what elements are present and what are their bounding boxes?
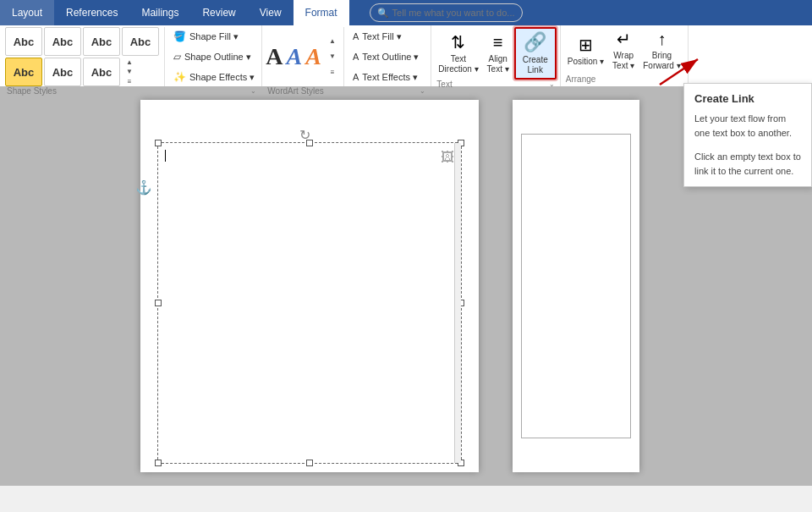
create-link-label: CreateLink xyxy=(523,55,548,75)
tab-bar: Layout References Mailings Review View F… xyxy=(0,0,812,25)
arrange-content: ⊞ Position ▾ ↵ WrapText ▾ ↑ BringForward… xyxy=(564,27,684,73)
shape-styles-footer: Shape Styles ⌄ xyxy=(5,86,258,96)
text-fill-icon: A xyxy=(353,31,359,41)
wordart-scroll: ▲ ▼ ≡ xyxy=(326,33,338,80)
wordart-scroll-more[interactable]: ≡ xyxy=(326,69,338,77)
page: ↻ 🖼 ⚓ xyxy=(140,100,479,472)
bring-forward-btn[interactable]: ↑ BringForward ▾ xyxy=(639,28,683,73)
shape-outline-icon: ▱ xyxy=(173,51,181,63)
text-effects-btn[interactable]: A Text Effects ▾ xyxy=(349,68,422,86)
position-btn[interactable]: ⊞ Position ▾ xyxy=(564,33,607,68)
tell-me-input[interactable]: 🔍 Tell me what you want to do... xyxy=(370,3,523,22)
bring-forward-icon: ↑ xyxy=(657,30,666,49)
scroll-up-btn[interactable]: ▲ xyxy=(123,58,135,67)
page-2 xyxy=(513,100,639,472)
vsep2 xyxy=(343,27,344,86)
shape-fill-label: Shape Fill ▾ xyxy=(189,31,239,42)
handle-top-left[interactable] xyxy=(155,140,162,146)
shape-outline-btn[interactable]: ▱ Shape Outline ▾ xyxy=(170,47,258,66)
tab-mailings[interactable]: Mailings xyxy=(129,0,190,25)
text-outline-icon: A xyxy=(353,52,359,62)
text-cursor xyxy=(165,150,166,162)
align-text-btn[interactable]: ≡ AlignText ▾ xyxy=(484,31,513,76)
arrange-footer: Arrange xyxy=(564,73,684,85)
text-outline-label: Text Outline ▾ xyxy=(362,52,419,63)
wordart-scroll-up[interactable]: ▲ xyxy=(326,36,338,45)
textbox-1[interactable]: 🖼 xyxy=(157,142,462,464)
vsep1 xyxy=(164,27,165,86)
tab-view[interactable]: View xyxy=(248,0,294,25)
ribbon-spacer xyxy=(689,25,810,86)
handle-bot-mid[interactable] xyxy=(306,460,313,466)
text-direction-btn[interactable]: ⇅ TextDirection ▾ xyxy=(435,30,481,76)
position-label: Position ▾ xyxy=(568,57,604,66)
shape-styles-expand[interactable]: ⌄ xyxy=(250,87,256,95)
shape-style-btn-2[interactable]: Abc xyxy=(44,27,81,56)
tab-review[interactable]: Review xyxy=(190,0,247,25)
shape-effects-btn[interactable]: ✨ Shape Effects ▾ xyxy=(170,68,258,86)
wordart-scroll-down[interactable]: ▼ xyxy=(326,52,338,61)
shape-style-row2: Abc Abc Abc ▲ ▼ ≡ xyxy=(5,58,159,86)
wordart-letter-1: A xyxy=(266,45,283,69)
tab-layout[interactable]: Layout xyxy=(0,0,54,25)
shape-fill-icon: 🪣 xyxy=(173,30,186,42)
shape-style-btn-1[interactable]: Abc xyxy=(5,27,42,56)
page-gap xyxy=(487,100,504,472)
wordart-letter-3: A xyxy=(305,45,321,69)
text-fill-btn[interactable]: A Text Fill ▾ xyxy=(349,27,422,46)
shape-style-buttons: Abc Abc Abc Abc Abc Abc Abc ▲ ▼ ≡ xyxy=(5,27,159,86)
scroll-more-btn[interactable]: ≡ xyxy=(123,77,135,85)
search-icon: 🔍 xyxy=(377,8,389,19)
arrange-label: Arrange xyxy=(566,74,596,84)
arrange-group: ⊞ Position ▾ ↵ WrapText ▾ ↑ BringForward… xyxy=(561,25,689,86)
text-group-content: ⇅ TextDirection ▾ ≡ AlignText ▾ 🔗 Create… xyxy=(435,27,556,80)
popup-text1: Let your text flow from one text box to … xyxy=(694,112,801,140)
handle-mid-left[interactable] xyxy=(155,300,162,306)
wrap-text-label: WrapText ▾ xyxy=(612,51,634,71)
tab-references[interactable]: References xyxy=(54,0,129,25)
image-icon[interactable]: 🖼 xyxy=(441,150,454,165)
left-margin xyxy=(14,100,132,472)
scroll-controls: ▲ ▼ ≡ xyxy=(123,58,135,86)
tab-format[interactable]: Format xyxy=(294,0,349,25)
shape-styles-content: Abc Abc Abc Abc Abc Abc Abc ▲ ▼ ≡ xyxy=(5,27,258,86)
text-outline-btn[interactable]: A Text Outline ▾ xyxy=(349,47,422,66)
shape-fill-btn[interactable]: 🪣 Shape Fill ▾ xyxy=(170,27,258,46)
shape-style-btn-3[interactable]: Abc xyxy=(83,27,120,56)
wrap-text-btn[interactable]: ↵ WrapText ▾ xyxy=(609,27,638,73)
anchor-icon: ⚓ xyxy=(135,179,152,195)
textbox-scrollbar[interactable] xyxy=(454,143,461,463)
shape-style-btn-5[interactable]: Abc xyxy=(5,58,42,86)
wordart-expand[interactable]: ⌄ xyxy=(420,87,425,95)
shape-effects-icon: ✨ xyxy=(173,71,186,83)
wordart-footer: WordArt Styles ⌄ xyxy=(266,86,427,96)
popup-title: Create Link xyxy=(694,92,801,105)
shape-style-btn-4[interactable]: Abc xyxy=(122,27,159,56)
wordart-label: WordArt Styles xyxy=(267,86,324,96)
create-link-popup: Create Link Let your text flow from one … xyxy=(683,83,812,187)
text-group-label: Text xyxy=(436,80,452,89)
align-text-icon: ≡ xyxy=(493,33,503,52)
text-group-footer: Text ⌄ xyxy=(435,80,556,89)
wrap-text-icon: ↵ xyxy=(617,29,631,49)
shape-style-btn-6[interactable]: Abc xyxy=(44,58,81,86)
scroll-down-btn[interactable]: ▼ xyxy=(123,68,135,76)
text-direction-icon: ⇅ xyxy=(451,32,465,52)
ribbon-groups-row: Abc Abc Abc Abc Abc Abc Abc ▲ ▼ ≡ xyxy=(0,25,812,86)
create-link-btn[interactable]: 🔗 CreateLink xyxy=(514,27,557,80)
handle-bot-left[interactable] xyxy=(155,460,162,466)
text-group: ⇅ TextDirection ▾ ≡ AlignText ▾ 🔗 Create… xyxy=(431,25,560,86)
shape-effects-label: Shape Effects ▾ xyxy=(189,72,255,83)
textbox-2[interactable] xyxy=(521,134,631,438)
text-group-expand[interactable]: ⌄ xyxy=(549,80,555,88)
wordart-right-buttons: A Text Fill ▾ A Text Outline ▾ A Text Ef… xyxy=(349,27,422,86)
shape-style-btn-7[interactable]: Abc xyxy=(83,58,120,86)
shape-styles-group: Abc Abc Abc Abc Abc Abc Abc ▲ ▼ ≡ xyxy=(2,25,262,86)
wordart-content: A A A ▲ ▼ ≡ A Text Fill ▾ xyxy=(266,27,427,86)
popup-text2: Click an empty text box to link it to th… xyxy=(694,150,801,178)
wordart-letter-2: A xyxy=(287,45,303,69)
text-effects-icon: A xyxy=(353,72,359,82)
wordart-letters: A A A ▲ ▼ ≡ xyxy=(266,33,338,80)
shape-styles-label: Shape Styles xyxy=(7,86,57,96)
handle-top-mid[interactable] xyxy=(306,140,313,146)
